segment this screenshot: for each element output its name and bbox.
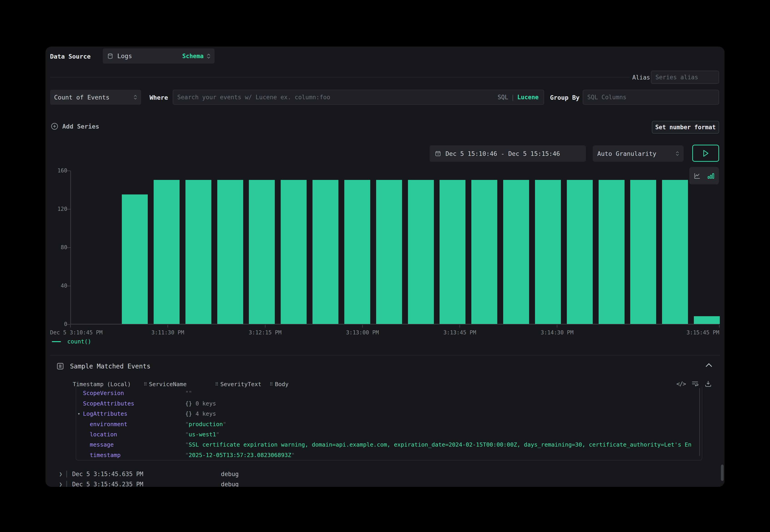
time-range-picker[interactable]: Dec 5 15:10:46 - Dec 5 15:15:46 (430, 145, 586, 162)
where-label: Where (149, 94, 168, 101)
events-title: Sample Matched Events (70, 363, 150, 370)
json-value: "SSL certificate expiration warning, dom… (185, 441, 692, 448)
json-key: message (90, 441, 114, 448)
y-axis-tick-label: 80 (49, 244, 67, 251)
severity-indicator-bar (66, 471, 67, 477)
download-icon[interactable] (704, 380, 712, 388)
chart-bar (217, 180, 243, 324)
data-source-value: Logs (117, 52, 132, 60)
x-axis-tick-mark (719, 325, 720, 328)
json-value: {} 4 keys (185, 410, 692, 417)
granularity-select[interactable]: Auto Granularity (593, 145, 684, 162)
json-key: ScopeAttributes (83, 400, 134, 407)
y-axis-tick-label: 160 (49, 167, 67, 174)
json-row[interactable]: ScopeAttributes{} 0 keys (76, 399, 702, 408)
json-row[interactable]: location"us-west1" (76, 430, 702, 439)
braces-icon: {} (185, 410, 192, 417)
set-number-format-button[interactable]: Set number format (652, 121, 719, 134)
json-row[interactable]: ▾LogAttributes{} 4 keys (76, 409, 702, 418)
query-builder-card: Data Source Logs Schema Alias Count of E… (45, 47, 725, 487)
data-source-select[interactable]: Logs Schema (103, 48, 214, 64)
data-source-tag: Schema (182, 53, 204, 60)
y-axis-tick-mark (67, 286, 70, 286)
chart-bar (312, 180, 338, 324)
drag-handle-icon[interactable]: ⠿ (215, 382, 218, 387)
expanded-event-json-panel: ScopeVersion""ScopeAttributes{} 0 keys▾L… (76, 387, 702, 460)
chart-bar (630, 180, 656, 324)
chart-legend: count() (52, 338, 91, 345)
chart-bar (122, 194, 148, 324)
group-by-label: Group By (550, 94, 580, 101)
x-axis-tick-label: 3:12:15 PM (249, 329, 281, 336)
y-axis-tick-mark (67, 247, 70, 248)
group-by-input[interactable] (583, 90, 719, 104)
chart-bar (249, 180, 275, 324)
event-row[interactable]: ❯Dec 5 3:15:45.635 PMdebug (59, 470, 143, 479)
plus-circle-icon (50, 122, 59, 130)
line-chart-icon[interactable] (693, 172, 701, 180)
json-row[interactable]: ScopeVersion"" (76, 388, 702, 398)
x-axis-tick-mark (557, 325, 557, 328)
sql-toggle[interactable]: SQL (498, 94, 508, 101)
chart-bar (503, 180, 529, 324)
query-language-toggle: SQL | Lucene (498, 90, 539, 104)
aggregation-value: Count of Events (54, 94, 109, 101)
x-axis-tick-label: 3:13:00 PM (346, 329, 379, 336)
drag-handle-icon[interactable]: ⠿ (144, 382, 147, 387)
x-axis-tick-label: 3:15:45 PM (687, 329, 720, 336)
collapse-node-icon[interactable]: ▾ (77, 411, 80, 416)
legend-swatch (52, 341, 61, 342)
y-axis-tick-label: 0 (49, 321, 67, 327)
alias-input[interactable] (651, 71, 719, 83)
chart-type-toggle (689, 167, 719, 184)
aggregation-select[interactable]: Count of Events (50, 90, 141, 105)
calendar-icon (435, 150, 442, 157)
code-icon[interactable]: </> (676, 380, 686, 387)
events-section-divider (50, 355, 720, 355)
json-value: "2025-12-05T13:57:23.082306893Z" (185, 452, 692, 458)
card-scrollbar-thumb[interactable] (721, 465, 724, 481)
chevron-right-icon[interactable]: ❯ (59, 471, 62, 477)
severity-indicator-bar (66, 481, 67, 487)
x-axis-tick-label: 3:13:45 PM (444, 329, 476, 336)
chart-bar (408, 180, 434, 324)
bar-chart-icon[interactable] (707, 172, 715, 180)
chart-bar (440, 180, 466, 324)
json-row[interactable]: environment"production" (76, 419, 702, 429)
time-range-value: Dec 5 15:10:46 - Dec 5 15:15:46 (446, 150, 560, 157)
toggle-divider: | (511, 94, 515, 101)
drag-handle-icon[interactable]: ⠿ (269, 382, 273, 387)
chart-bar (567, 180, 593, 324)
json-row[interactable]: timestamp"2025-12-05T13:57:23.082306893Z… (76, 450, 702, 460)
chart-bar (471, 180, 497, 324)
event-timestamp: Dec 5 3:15:45.635 PM (72, 471, 143, 477)
granularity-value: Auto Granularity (597, 150, 656, 157)
add-series-label: Add Series (62, 123, 99, 130)
chart-bar (535, 180, 561, 324)
event-severity: debug (221, 481, 239, 487)
database-icon (107, 53, 114, 60)
set-number-format-label: Set number format (655, 124, 716, 131)
json-key: timestamp (90, 452, 120, 458)
lucene-toggle[interactable]: Lucene (517, 94, 539, 101)
json-row[interactable]: message"SSL certificate expiration warni… (76, 440, 702, 449)
alias-row-divider (50, 77, 630, 77)
y-axis-tick-mark (67, 324, 70, 325)
chart-bar (154, 180, 179, 324)
json-key: location (90, 431, 117, 438)
chevron-right-icon[interactable]: ❯ (59, 481, 62, 487)
collapse-events-button[interactable] (705, 362, 713, 368)
chart-bar (694, 316, 720, 324)
bar-chart-plot (70, 171, 719, 324)
json-value: "" (185, 390, 692, 396)
x-axis-tick-label: 3:14:30 PM (541, 329, 574, 336)
play-icon (702, 150, 709, 157)
chart-bar (376, 180, 402, 324)
json-key: environment (90, 421, 127, 428)
alias-input-wrap (651, 71, 719, 84)
event-row[interactable]: ❯Dec 5 3:15:45.235 PMdebug (59, 480, 143, 487)
add-series-button[interactable]: Add Series (50, 122, 99, 130)
run-query-button[interactable] (692, 145, 719, 162)
search-input[interactable] (173, 90, 544, 104)
chart-bar (344, 180, 370, 324)
